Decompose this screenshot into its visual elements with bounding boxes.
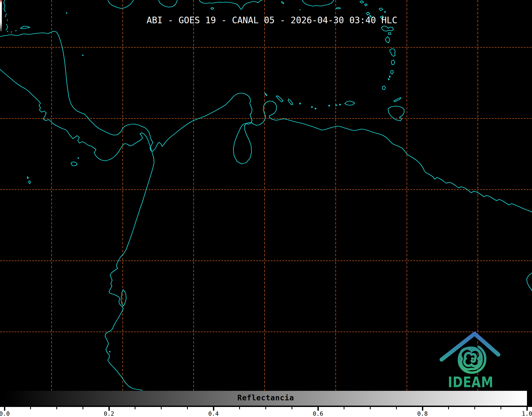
colorbar-tick: [370, 407, 371, 409]
colorbar-tick: [187, 407, 188, 409]
colorbar-tick: [83, 407, 83, 409]
logo-text: IDEAM: [448, 374, 493, 391]
image-title: ABI - GOES 19 - CANAL 05 - 2026-04-30 03…: [147, 15, 397, 25]
colorbar-tick: [422, 407, 423, 411]
colorbar-tick: [448, 407, 449, 409]
colorbar-tick: [108, 407, 110, 411]
colorbar-tick: [239, 407, 240, 409]
colorbar-axis: 0.00.20.40.60.81.0: [0, 407, 532, 417]
screenshot-root: { "map": { "background": "#000000", "coa…: [0, 0, 532, 417]
colorbar-tick: [317, 407, 319, 411]
colorbar-tick: [265, 407, 266, 409]
colorbar-title: Reflectancia: [237, 391, 294, 405]
colorbar-tick-label: 0.6: [310, 410, 326, 417]
spiral-eye-dot: [471, 358, 474, 360]
colorbar-tick: [501, 407, 501, 409]
colorbar-tick-label: 0.2: [101, 410, 117, 417]
colorbar-tick: [161, 407, 162, 409]
colorbar-tick: [213, 407, 214, 411]
colorbar-tick: [474, 407, 475, 409]
colorbar-tick-label: 0.8: [414, 410, 431, 417]
colorbar-tick-label: 1.0: [519, 410, 532, 417]
colorbar-tick: [344, 407, 344, 409]
colorbar-tick: [396, 407, 397, 409]
colorbar-tick: [292, 407, 292, 409]
satellite-map-image: ABI - GOES 19 - CANAL 05 - 2026-04-30 03…: [0, 0, 532, 391]
colorbar-gradient: Reflectancia: [4, 391, 527, 406]
colorbar-tick: [30, 407, 31, 409]
colorbar-tick-label: 0.4: [205, 410, 222, 417]
colorbar-tick: [56, 407, 57, 409]
colorbar-tick: [4, 407, 5, 411]
colorbar-tick: [135, 407, 135, 409]
scan-edge-artifact: [0, 0, 2, 31]
colorbar-tick-label: 0.0: [0, 410, 13, 417]
colorbar-tick: [526, 407, 528, 411]
